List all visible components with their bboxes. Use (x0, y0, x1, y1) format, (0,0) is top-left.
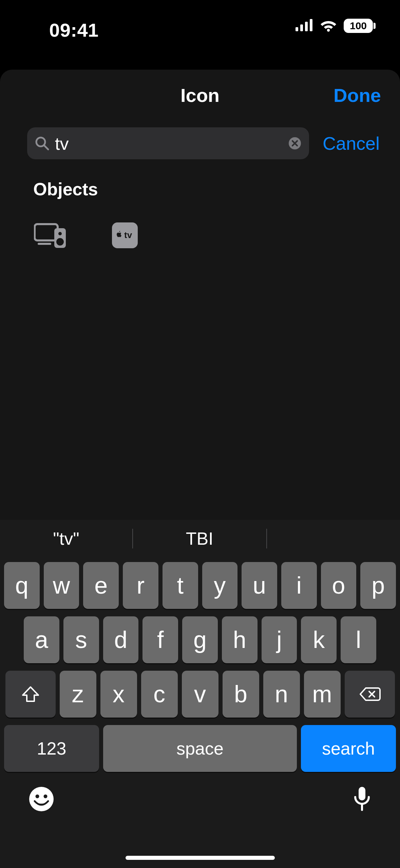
key-p[interactable]: p (360, 562, 396, 609)
icon-results-grid: tv (0, 207, 400, 252)
key-m[interactable]: m (304, 671, 341, 718)
key-z[interactable]: z (60, 671, 96, 718)
key-n[interactable]: n (263, 671, 300, 718)
key-s[interactable]: s (63, 616, 99, 663)
keyboard-row-3: z x c v b n m (4, 671, 396, 718)
search-icon (35, 136, 50, 151)
backspace-key[interactable] (345, 671, 395, 718)
svg-point-4 (327, 29, 330, 32)
search-field[interactable] (27, 127, 309, 159)
svg-rect-1 (300, 24, 303, 31)
key-o[interactable]: o (321, 562, 357, 609)
dictation-button[interactable] (353, 785, 372, 814)
keyboard-suggestions: "tv" TBI (0, 520, 400, 557)
home-indicator[interactable] (126, 856, 275, 860)
icon-apple-tv[interactable]: tv (108, 218, 142, 252)
svg-line-6 (44, 145, 48, 149)
key-y[interactable]: y (202, 562, 238, 609)
svg-rect-3 (310, 19, 312, 31)
status-time: 09:41 (49, 19, 99, 41)
keyboard: "tv" TBI q w e r t y u i o p a s d (0, 520, 400, 868)
section-header-objects: Objects (0, 163, 400, 207)
key-j[interactable]: j (262, 616, 297, 663)
svg-rect-0 (296, 27, 298, 31)
search-row: Cancel (0, 121, 400, 163)
svg-rect-8 (35, 224, 58, 240)
key-w[interactable]: w (44, 562, 79, 609)
svg-point-17 (44, 795, 47, 798)
svg-point-16 (36, 795, 39, 798)
keyboard-toolbar (0, 779, 400, 834)
key-c[interactable]: c (141, 671, 178, 718)
battery-indicator: 100 (344, 19, 373, 33)
key-a[interactable]: a (24, 616, 59, 663)
clear-search-button[interactable] (288, 137, 302, 150)
key-x[interactable]: x (100, 671, 137, 718)
key-l[interactable]: l (341, 616, 376, 663)
cellular-icon (296, 19, 313, 33)
wifi-icon (319, 18, 338, 33)
svg-point-12 (56, 238, 64, 246)
svg-point-15 (29, 787, 54, 811)
key-u[interactable]: u (242, 562, 277, 609)
cancel-button[interactable]: Cancel (323, 133, 384, 154)
svg-text:tv: tv (124, 230, 132, 240)
status-bar: 09:41 100 (0, 0, 400, 44)
status-indicators: 100 (296, 18, 373, 33)
key-k[interactable]: k (301, 616, 337, 663)
suggestion-1[interactable]: "tv" (0, 528, 132, 549)
suggestion-2[interactable]: TBI (133, 528, 266, 549)
emoji-button[interactable] (28, 786, 54, 813)
key-b[interactable]: b (223, 671, 259, 718)
key-g[interactable]: g (182, 616, 218, 663)
page-title: Icon (180, 84, 220, 106)
navbar: Icon Done (0, 70, 400, 121)
key-e[interactable]: e (83, 562, 119, 609)
key-h[interactable]: h (222, 616, 258, 663)
svg-rect-18 (359, 787, 365, 800)
key-v[interactable]: v (182, 671, 218, 718)
key-r[interactable]: r (123, 562, 158, 609)
search-key[interactable]: search (301, 725, 396, 772)
icon-tv-and-hifispeaker[interactable] (33, 218, 67, 252)
suggestion-separator (266, 529, 267, 548)
key-q[interactable]: q (4, 562, 40, 609)
space-key[interactable]: space (103, 725, 297, 772)
key-f[interactable]: f (142, 616, 178, 663)
svg-rect-2 (305, 22, 308, 31)
key-d[interactable]: d (103, 616, 139, 663)
done-button[interactable]: Done (334, 84, 381, 106)
keyboard-row-2: a s d f g h j k l (4, 616, 396, 663)
keyboard-row-4: 123 space search (4, 725, 396, 772)
icon-picker-sheet: Icon Done Cancel Objects (0, 70, 400, 868)
shift-key[interactable] (5, 671, 56, 718)
numbers-key[interactable]: 123 (4, 725, 99, 772)
key-i[interactable]: i (281, 562, 317, 609)
search-input[interactable] (55, 133, 288, 154)
key-t[interactable]: t (163, 562, 198, 609)
keyboard-row-1: q w e r t y u i o p (4, 562, 396, 609)
svg-point-11 (58, 232, 62, 235)
